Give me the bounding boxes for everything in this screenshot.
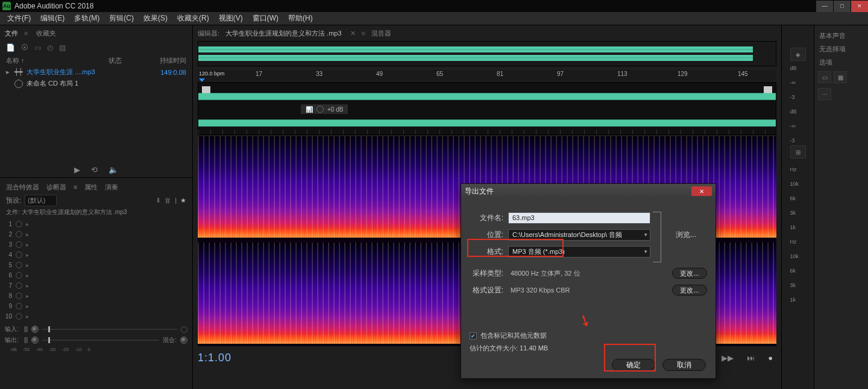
format-dropdown[interactable]: MP3 音频 (*.mp3)▾ — [508, 246, 650, 258]
window-minimize-button[interactable]: — — [816, 1, 833, 12]
slot-arrow-icon[interactable]: ▸ — [26, 282, 29, 289]
dialog-close-button[interactable]: ✕ — [691, 186, 712, 196]
menu-file[interactable]: 文件(F) — [4, 12, 34, 25]
menu-clip[interactable]: 剪辑(C) — [105, 12, 137, 25]
input-knob[interactable] — [31, 326, 39, 333]
output-knob[interactable] — [31, 337, 39, 344]
file-row[interactable]: ▸ ┿┿ 大学生职业生涯 ....mp3 149:0.08 — [0, 66, 192, 78]
power-icon[interactable] — [16, 241, 22, 248]
rack-slot[interactable]: 4▸ — [4, 250, 189, 260]
overview-waveform[interactable] — [198, 41, 776, 66]
record-icon[interactable]: ⦿ — [21, 43, 28, 52]
cd-layout-icon[interactable]: ◴ — [47, 43, 53, 52]
slot-arrow-icon[interactable]: ▸ — [26, 293, 29, 299]
col-status[interactable]: 状态 — [108, 56, 150, 65]
slot-arrow-icon[interactable]: ▸ — [26, 231, 29, 238]
skip-forward-button[interactable]: ⏭ — [743, 352, 758, 364]
rack-slot[interactable]: 5▸ — [4, 260, 189, 270]
slot-arrow-icon[interactable]: ▸ — [26, 241, 29, 248]
col-duration[interactable]: 持续时间 — [150, 56, 186, 65]
save-preset-icon[interactable]: ⬇ — [156, 197, 161, 204]
power-icon[interactable] — [16, 303, 22, 309]
slot-arrow-icon[interactable]: ▸ — [26, 272, 29, 279]
multitrack-icon[interactable]: ▭ — [34, 43, 41, 52]
file-row[interactable]: 未命名 CD 布局 1 — [0, 78, 192, 89]
panel-menu-icon[interactable]: ≡ — [362, 30, 365, 37]
tab-diagnostics[interactable]: 诊断器 — [46, 183, 66, 192]
time-display[interactable]: 1:1.00 — [198, 352, 231, 364]
slot-arrow-icon[interactable]: ▸ — [26, 221, 29, 227]
expand-arrow-icon[interactable]: ▸ — [6, 68, 14, 76]
tab-files[interactable]: 文件 — [5, 29, 18, 38]
power-icon[interactable] — [16, 221, 22, 227]
power-icon[interactable] — [181, 326, 187, 333]
tab-effects-rack[interactable]: 混合特效器 — [6, 183, 39, 192]
filter-icon[interactable]: ▤ — [59, 43, 66, 52]
rack-slot[interactable]: 9▸ — [4, 301, 189, 311]
tool-button[interactable]: ▭ — [818, 71, 831, 83]
menu-edit[interactable]: 编辑(E) — [37, 12, 68, 25]
rack-slot[interactable]: 10▸ — [4, 311, 189, 321]
preset-dropdown[interactable]: (默认) — [25, 195, 57, 206]
volume-icon[interactable]: 🔈 — [108, 165, 118, 174]
menu-effects[interactable]: 效果(S) — [140, 12, 171, 25]
panel-menu-icon[interactable]: ≡ — [24, 30, 28, 37]
power-icon[interactable] — [16, 231, 22, 238]
change-sample-button[interactable]: 更改... — [672, 268, 707, 279]
slot-arrow-icon[interactable]: ▸ — [26, 262, 29, 268]
delete-preset-icon[interactable]: 🗑 — [165, 197, 171, 204]
open-file-icon[interactable]: 📄 — [6, 43, 15, 52]
rack-slot[interactable]: 2▸ — [4, 229, 189, 239]
power-icon[interactable] — [16, 282, 22, 289]
power-icon[interactable] — [16, 272, 22, 279]
channel-toggle-button[interactable]: ⊞ — [790, 145, 806, 159]
favorite-icon[interactable]: ★ — [180, 197, 186, 204]
power-icon[interactable] — [16, 262, 22, 268]
slot-arrow-icon[interactable]: ▸ — [26, 313, 29, 320]
output-slider[interactable] — [42, 340, 159, 341]
loop-icon[interactable]: ⟲ — [91, 165, 98, 174]
ok-button[interactable]: 确定 — [612, 359, 655, 371]
panel-menu-icon[interactable]: ≡ — [74, 183, 77, 191]
play-icon[interactable]: ▶ — [74, 165, 80, 174]
browse-button[interactable]: 浏览... — [676, 230, 696, 240]
menu-window[interactable]: 窗口(W) — [249, 12, 282, 25]
rack-slot[interactable]: 8▸ — [4, 291, 189, 301]
tab-more[interactable]: 演奏 — [105, 183, 118, 192]
mixer-tab[interactable]: 混音器 — [371, 29, 391, 38]
filename-input[interactable]: 63.mp3 — [508, 212, 650, 224]
rack-slot[interactable]: 1▸ — [4, 219, 189, 229]
slot-arrow-icon[interactable]: ▸ — [26, 251, 29, 258]
window-close-button[interactable]: ✕ — [851, 1, 868, 12]
rack-slot[interactable]: 7▸ — [4, 280, 189, 291]
input-slider[interactable] — [42, 329, 177, 330]
change-format-button[interactable]: 更改... — [672, 285, 707, 296]
window-maximize-button[interactable]: □ — [834, 1, 851, 12]
slot-arrow-icon[interactable]: ▸ — [26, 303, 29, 309]
record-button[interactable]: ● — [764, 352, 776, 364]
menu-view[interactable]: 视图(V) — [215, 12, 247, 25]
dialog-titlebar[interactable]: 导出文件 ✕ — [461, 184, 715, 198]
menu-help[interactable]: 帮助(H) — [285, 12, 316, 25]
cancel-button[interactable]: 取消 — [662, 359, 706, 371]
power-icon[interactable] — [16, 251, 22, 258]
rack-slot[interactable]: 3▸ — [4, 239, 189, 250]
menu-multitrack[interactable]: 多轨(M) — [71, 12, 103, 25]
power-icon[interactable] — [16, 293, 22, 299]
include-metadata-checkbox[interactable]: ✔ — [470, 332, 477, 340]
panel-header[interactable]: 基本声音 — [814, 29, 868, 42]
power-icon[interactable] — [16, 313, 22, 320]
view-mode-button[interactable]: ◈ — [790, 48, 806, 61]
waveform-display[interactable]: 📊 +0 dB — [198, 82, 776, 135]
mix-knob[interactable] — [180, 337, 187, 344]
timeline-ruler[interactable]: 120.0 bpm 17 33 49 65 81 97 113 129 145 — [198, 70, 776, 81]
tab-properties[interactable]: 属性 — [84, 183, 98, 192]
location-dropdown[interactable]: C:\Users\Administrator\Desktop\ 音频▾ — [508, 229, 650, 241]
editor-file-tab[interactable]: 大学生职业生涯规划的意义和方法 .mp3 — [225, 29, 342, 38]
tool-button[interactable]: ▦ — [834, 71, 847, 83]
col-name[interactable]: 名称 ↑ — [6, 56, 108, 65]
tool-button[interactable]: ⋯ — [818, 88, 831, 100]
tab-favorites[interactable]: 收藏夹 — [36, 29, 56, 38]
forward-button[interactable]: ▶▶ — [718, 352, 737, 364]
close-tab-icon[interactable]: ✕ — [350, 30, 356, 37]
